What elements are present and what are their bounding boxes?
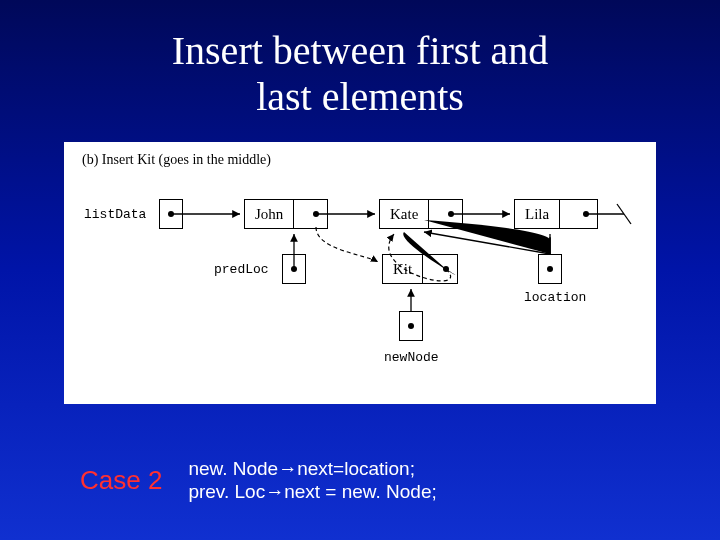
footer-row: Case 2 new. Node→next=location; prev. Lo… [0,457,720,505]
case-label: Case 2 [80,465,162,496]
lila-ptr-dot [583,211,589,217]
label-newnode: newNode [384,350,439,365]
label-location: location [524,290,586,305]
label-listdata: listData [84,207,146,222]
kit-ptr-dot [443,266,449,272]
svg-line-10 [419,232,550,254]
slide-title: Insert between first and last elements [0,0,720,120]
diagram-panel: (b) Insert Kit (goes in the middle) list… [64,142,656,404]
diagram-caption: (b) Insert Kit (goes in the middle) [82,152,271,168]
code-line-2: prev. Loc→next = new. Node; [188,480,436,504]
john-ptr-dot [313,211,319,217]
title-line-1: Insert between first and [172,28,549,73]
node-kit-label: Kit [383,255,423,283]
location-dot [547,266,553,272]
node-kate-label: Kate [380,200,429,228]
predloc-dot [291,266,297,272]
kate-ptr-dot [448,211,454,217]
code-lines: new. Node→next=location; prev. Loc→next … [188,457,436,505]
svg-line-14 [424,232,550,254]
label-predloc: predLoc [214,262,269,277]
svg-line-4 [617,204,631,224]
newnode-dot [408,323,414,329]
node-lila-label: Lila [515,200,560,228]
listdata-dot [168,211,174,217]
code-line-1: new. Node→next=location; [188,457,436,481]
arrows-layer [64,142,656,404]
node-john-label: John [245,200,294,228]
title-line-2: last elements [256,74,464,119]
